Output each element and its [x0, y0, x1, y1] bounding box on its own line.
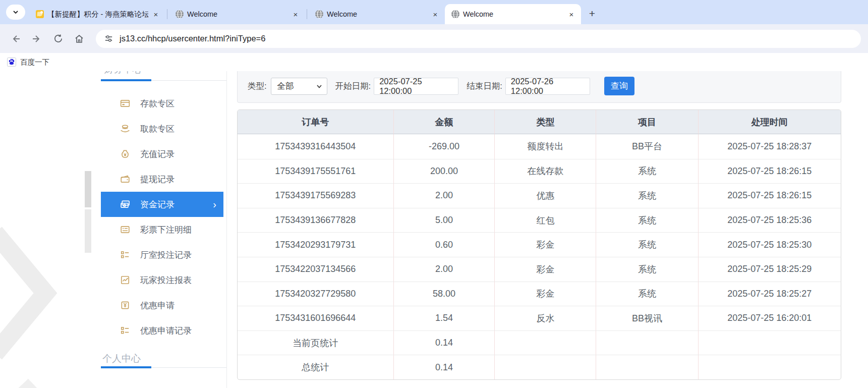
browser-tab[interactable]: 【新提醒】积分 - 海燕策略论坛 ×: [29, 4, 165, 24]
end-date-label: 结束日期:: [467, 81, 502, 92]
table-cell: 彩金: [494, 257, 596, 282]
sidebar-item-lottery-detail[interactable]: 彩票下注明细: [101, 217, 226, 242]
table-cell: 2025-07-25 18:25:36: [698, 208, 841, 233]
table-cell: 彩金: [494, 232, 596, 257]
table-cell: [494, 355, 596, 379]
funds-record-table: 订单号金额类型项目处理时间 1753439316443504-269.00额度转…: [237, 109, 841, 380]
sidebar-item-label: 彩票下注明细: [140, 224, 192, 236]
new-tab-button[interactable]: +: [585, 7, 599, 21]
tab-divider: [167, 9, 167, 19]
sidebar-item-label: 优惠申请: [140, 300, 175, 311]
column-header: 项目: [596, 110, 698, 134]
table-cell: BB视讯: [596, 306, 698, 330]
column-header: 处理时间: [698, 110, 841, 134]
bookmarks-bar: 百度一下: [0, 53, 868, 71]
table-cell: 200.00: [393, 159, 495, 184]
table-cell: 红包: [494, 208, 596, 233]
table-cell: [698, 355, 841, 379]
table-row: 175342032772958058.00彩金系统2025-07-25 18:2…: [238, 282, 841, 306]
table-cell: 1753439316443504: [238, 134, 393, 159]
back-arrow-icon: [10, 33, 21, 44]
tab-close-icon[interactable]: ×: [431, 10, 440, 19]
table-cell: 2025-07-25 16:20:01: [698, 306, 841, 330]
table-cell: [698, 330, 841, 355]
chevron-down-icon: [12, 9, 19, 16]
table-cell: -269.00: [393, 134, 495, 159]
start-date-label: 开始日期:: [335, 81, 371, 92]
table-cell: 0.60: [393, 232, 495, 257]
table-cell: 2.00: [393, 183, 495, 208]
funds-record-icon: [120, 199, 130, 209]
table-cell: 系统: [596, 183, 698, 208]
sidebar-item-player-report[interactable]: 玩家投注报表: [101, 267, 226, 293]
sidebar-item-deposit-card[interactable]: 存款专区: [101, 91, 226, 116]
watermark-chevrons: [0, 147, 101, 388]
promo-apply-icon: [120, 300, 130, 310]
browser-tab[interactable]: Welcome ×: [445, 4, 581, 24]
table-cell: [596, 355, 698, 379]
sidebar-item-label: 厅室投注记录: [140, 249, 192, 261]
type-select[interactable]: 全部: [271, 78, 327, 95]
tab-close-icon[interactable]: ×: [151, 10, 160, 19]
tab-title: Welcome: [463, 10, 564, 18]
sidebar-item-label: 存款专区: [140, 98, 175, 109]
sidebar-item-label: 玩家投注报表: [140, 274, 192, 286]
reload-button[interactable]: [49, 30, 67, 47]
bookmark-baidu[interactable]: 百度一下: [7, 58, 49, 67]
table-cell: 1753420327729580: [238, 282, 393, 306]
search-button[interactable]: 查询: [604, 77, 634, 95]
table-cell: 优惠: [494, 183, 596, 208]
table-row: 1753439316443504-269.00额度转出BB平台2025-07-2…: [238, 134, 841, 159]
table-row: 17534391366778285.00红包系统2025-07-25 18:25…: [238, 208, 841, 233]
sidebar-item-withdraw-hand[interactable]: 取款专区: [101, 116, 226, 141]
sidebar-item-withdraw-wallet[interactable]: 提现记录: [101, 167, 226, 192]
sidebar-item-promo-record[interactable]: 优惠申请记录: [101, 318, 226, 343]
recharge-bag-icon: [120, 149, 130, 159]
table-cell: 2025-07-25 18:25:27: [698, 282, 841, 306]
table-cell: 1753420293179731: [238, 232, 393, 257]
summary-row: 当前页统计0.14: [238, 330, 841, 355]
table-cell: 1753439175569283: [238, 183, 393, 208]
table-cell: 2.00: [393, 257, 495, 282]
home-button[interactable]: [71, 30, 88, 47]
sidebar-item-funds-record[interactable]: 资金记录 ›: [101, 192, 223, 217]
table-cell: 总统计: [238, 355, 393, 379]
promo-record-icon: [120, 325, 130, 336]
table-cell: [494, 330, 596, 355]
table-cell: 2025-07-25 18:26:15: [698, 183, 841, 208]
start-date-input[interactable]: 2025-07-25 12:00:00: [374, 78, 458, 95]
table-cell: 额度转出: [494, 134, 596, 159]
table-row: 1753439175551761200.00在线存款系统2025-07-25 1…: [238, 159, 841, 184]
player-report-icon: [120, 275, 130, 285]
column-header: 订单号: [238, 110, 393, 134]
filter-bar: 类型: 全部 开始日期: 2025-07-25 12:00:00 结束日期: 2…: [237, 71, 841, 103]
section-divider: [101, 367, 226, 368]
table-cell: 1.54: [393, 306, 495, 330]
table-row: 17534202931797310.60彩金系统2025-07-25 18:25…: [238, 232, 841, 257]
tab-search-button[interactable]: [6, 5, 25, 20]
globe-favicon-icon: [315, 10, 324, 19]
url-bar[interactable]: js13.cc/hhcp/usercenter.html?iniType=6: [96, 30, 861, 48]
forum-favicon-icon: [35, 10, 44, 19]
sidebar-item-promo-apply[interactable]: 优惠申请: [101, 293, 226, 318]
table-cell: 反水: [494, 306, 596, 330]
home-icon: [74, 33, 85, 44]
tab-close-icon[interactable]: ×: [567, 10, 576, 19]
forward-button[interactable]: [28, 30, 45, 47]
sidebar-item-hall-bet[interactable]: 厅室投注记录: [101, 242, 226, 267]
table-cell: 2025-07-25 18:25:30: [698, 232, 841, 257]
table-header-row: 订单号金额类型项目处理时间: [238, 110, 841, 134]
reload-icon: [53, 33, 64, 44]
table-cell: 系统: [596, 257, 698, 282]
table-row: 17534220371345662.00彩金系统2025-07-25 18:25…: [238, 257, 841, 282]
tab-title: 【新提醒】积分 - 海燕策略论坛: [47, 10, 148, 19]
table-cell: 当前页统计: [238, 330, 393, 355]
back-button[interactable]: [7, 30, 24, 47]
sidebar-item-recharge-bag[interactable]: 充值记录: [101, 141, 226, 167]
baidu-paw-icon: [7, 58, 16, 67]
sidebar-item-label: 优惠申请记录: [140, 325, 192, 337]
browser-tab[interactable]: Welcome ×: [169, 4, 305, 24]
browser-tab[interactable]: Welcome ×: [309, 4, 445, 24]
tab-close-icon[interactable]: ×: [291, 10, 300, 19]
end-date-input[interactable]: 2025-07-26 12:00:00: [505, 78, 590, 95]
